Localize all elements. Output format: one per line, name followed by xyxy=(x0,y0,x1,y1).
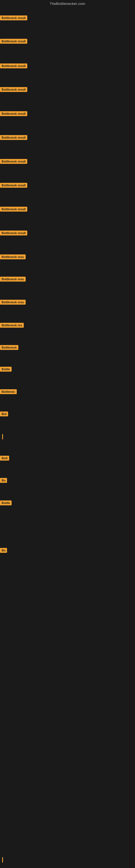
bottleneck-badge-16[interactable]: Bottle xyxy=(0,367,12,372)
bottleneck-result-row-20: Bo xyxy=(0,478,7,484)
bottleneck-result-row-18: Bot xyxy=(0,411,8,417)
bottleneck-result-row-5: Bottleneck result xyxy=(0,111,27,117)
bottleneck-result-row-7: Bottleneck result xyxy=(0,159,27,165)
bottleneck-badge-19[interactable]: Bott xyxy=(0,456,9,461)
bottleneck-badge-1[interactable]: Bottleneck result xyxy=(0,16,27,20)
bottleneck-badge-8[interactable]: Bottleneck result xyxy=(0,183,27,188)
bottleneck-result-row-3: Bottleneck result xyxy=(0,63,27,69)
bottleneck-badge-11[interactable]: Bottleneck resu xyxy=(0,254,26,259)
bottleneck-result-row-6: Bottleneck result xyxy=(0,135,27,141)
bottleneck-badge-3[interactable]: Bottleneck result xyxy=(0,63,27,68)
vertical-line-2 xyxy=(2,857,3,863)
bottleneck-badge-9[interactable]: Bottleneck result xyxy=(0,207,27,212)
bottleneck-badge-21[interactable]: Bottle xyxy=(0,500,12,505)
bottleneck-result-row-8: Bottleneck result xyxy=(0,183,27,189)
bottleneck-badge-20[interactable]: Bo xyxy=(0,478,7,483)
bottleneck-result-row-21: Bottle xyxy=(0,500,12,506)
bottleneck-result-row-11: Bottleneck resu xyxy=(0,254,26,260)
bottleneck-badge-22[interactable]: Bo xyxy=(0,548,7,553)
bottleneck-result-row-2: Bottleneck result xyxy=(0,39,27,45)
bottleneck-result-row-16: Bottle xyxy=(0,367,12,373)
bottleneck-badge-4[interactable]: Bottleneck result xyxy=(0,87,27,92)
bottleneck-badge-15[interactable]: Bottleneck xyxy=(0,345,18,350)
bottleneck-badge-6[interactable]: Bottleneck result xyxy=(0,135,27,140)
bottleneck-badge-5[interactable]: Bottleneck result xyxy=(0,111,27,116)
bottleneck-badge-12[interactable]: Bottleneck resu xyxy=(0,277,26,282)
bottleneck-result-row-13: Bottleneck resu xyxy=(0,300,26,306)
bottleneck-result-row-14: Bottleneck res xyxy=(0,323,24,329)
bottleneck-badge-13[interactable]: Bottleneck resu xyxy=(0,300,26,305)
bottleneck-result-row-4: Bottleneck result xyxy=(0,87,27,93)
site-title: TheBottlenecker.com xyxy=(0,0,135,7)
bottleneck-result-row-9: Bottleneck result xyxy=(0,207,27,213)
bottleneck-result-row-15: Bottleneck xyxy=(0,345,18,351)
bottleneck-result-row-22: Bo xyxy=(0,548,7,554)
bottleneck-result-row-19: Bott xyxy=(0,456,9,462)
vertical-line-1 xyxy=(2,434,3,439)
bottleneck-result-row-10: Bottleneck result xyxy=(0,230,27,237)
bottleneck-badge-17[interactable]: Bottlenec xyxy=(0,389,17,394)
bottleneck-badge-7[interactable]: Bottleneck result xyxy=(0,159,27,164)
bottleneck-badge-2[interactable]: Bottleneck result xyxy=(0,39,27,44)
bottleneck-result-row-12: Bottleneck resu xyxy=(0,277,26,283)
bottleneck-badge-14[interactable]: Bottleneck res xyxy=(0,323,24,328)
bottleneck-result-row-17: Bottlenec xyxy=(0,389,17,395)
bottleneck-badge-10[interactable]: Bottleneck result xyxy=(0,230,27,236)
bottleneck-badge-18[interactable]: Bot xyxy=(0,411,8,416)
bottleneck-result-row-1: Bottleneck result xyxy=(0,16,27,22)
